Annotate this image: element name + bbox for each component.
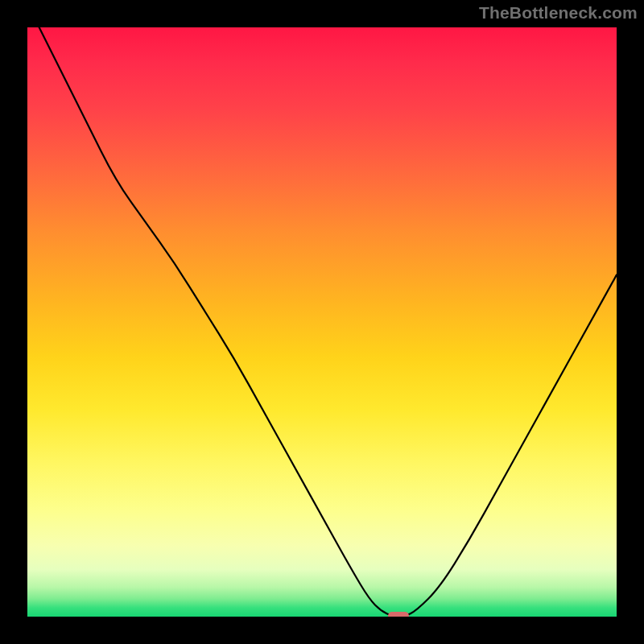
plot-area	[27, 27, 617, 617]
watermark-text: TheBottleneck.com	[479, 3, 638, 23]
optimum-marker	[388, 612, 409, 617]
chart-container: TheBottleneck.com	[0, 0, 644, 644]
background-gradient	[27, 27, 617, 617]
